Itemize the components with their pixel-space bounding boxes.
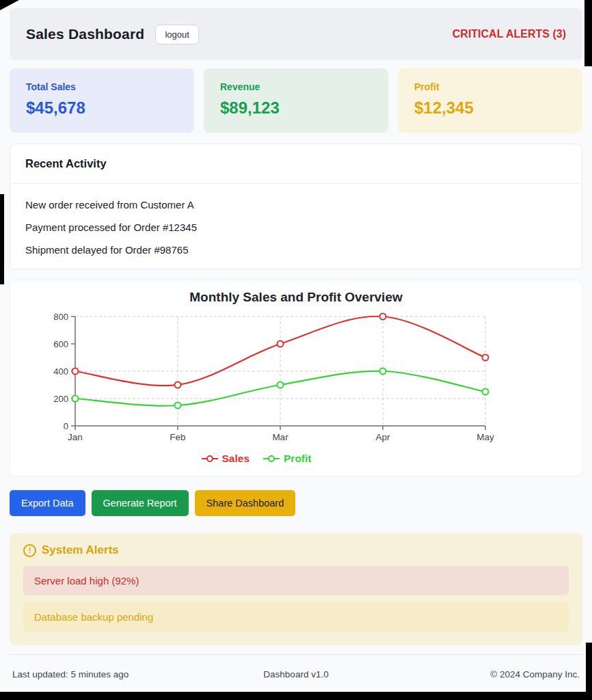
chart-title: Monthly Sales and Profit Overview — [17, 290, 575, 305]
svg-text:600: 600 — [53, 339, 68, 349]
stat-card-total-sales: Total Sales $45,678 — [10, 68, 194, 133]
page-title: Sales Dashboard — [26, 26, 144, 42]
legend-label: Sales — [222, 453, 250, 465]
svg-text:400: 400 — [53, 366, 68, 377]
activity-item: Payment processed for Order #12345 — [25, 221, 567, 234]
alert-circle-icon: ! — [23, 544, 36, 557]
svg-text:800: 800 — [53, 312, 68, 322]
svg-text:Feb: Feb — [170, 432, 185, 442]
stat-value: $12,345 — [414, 98, 566, 118]
svg-text:May: May — [476, 432, 494, 442]
stats-row: Total Sales $45,678 Revenue $89,123 Prof… — [10, 68, 582, 133]
header-bar: Sales Dashboard logout CRITICAL ALERTS (… — [10, 8, 582, 60]
share-dashboard-button[interactable]: Share Dashboard — [195, 490, 296, 516]
activity-item: New order received from Customer A — [25, 198, 567, 211]
svg-text:200: 200 — [53, 394, 68, 404]
alert-server-load: Server load high (92%) — [23, 566, 569, 595]
stat-card-profit: Profit $12,345 — [398, 68, 582, 133]
line-chart: 0200400600800JanFebMarAprMay SalesProfit — [17, 309, 496, 465]
screen-edge-artifact — [584, 0, 592, 66]
chart-canvas: 0200400600800JanFebMarAprMay — [17, 309, 496, 446]
recent-activity-card: Recent Activity New order received from … — [10, 144, 582, 269]
svg-text:Jan: Jan — [68, 432, 83, 442]
legend-line-marker-icon — [263, 455, 280, 463]
last-updated-text: Last updated: 5 minutes ago — [12, 669, 202, 679]
export-data-button[interactable]: Export Data — [10, 490, 85, 516]
legend-item-profit[interactable]: Profit — [263, 453, 311, 465]
footer: Last updated: 5 minutes ago Dashboard v1… — [10, 654, 582, 679]
legend-item-sales[interactable]: Sales — [202, 453, 250, 465]
chart-legend: SalesProfit — [17, 453, 496, 465]
recent-activity-title: Recent Activity — [10, 144, 582, 184]
screen: Sales Dashboard logout CRITICAL ALERTS (… — [0, 0, 592, 700]
actions-row: Export Data Generate Report Share Dashbo… — [10, 490, 582, 516]
system-alerts-title: System Alerts — [42, 543, 119, 557]
legend-line-marker-icon — [202, 455, 218, 463]
activity-item: Shipment delayed for Order #98765 — [25, 243, 567, 256]
generate-report-button[interactable]: Generate Report — [92, 490, 189, 516]
stat-label: Total Sales — [26, 81, 178, 92]
system-alerts-card: ! System Alerts Server load high (92%) D… — [10, 533, 582, 645]
logout-button[interactable]: logout — [155, 25, 198, 44]
legend-label: Profit — [284, 453, 311, 465]
stat-label: Revenue — [220, 81, 372, 92]
stat-label: Profit — [414, 81, 566, 92]
svg-text:0: 0 — [64, 421, 68, 431]
screen-edge-artifact — [586, 643, 592, 700]
version-text: Dashboard v1.0 — [202, 669, 391, 679]
stat-value: $89,123 — [220, 98, 372, 118]
dashboard-page: Sales Dashboard logout CRITICAL ALERTS (… — [0, 0, 592, 692]
screen-edge-artifact — [0, 194, 4, 284]
copyright-text: © 2024 Company Inc. — [390, 669, 580, 679]
stat-value: $45,678 — [26, 98, 178, 118]
stat-card-revenue: Revenue $89,123 — [204, 68, 388, 133]
svg-text:Mar: Mar — [272, 432, 288, 442]
alert-db-backup: Database backup pending — [23, 602, 569, 632]
svg-text:Apr: Apr — [375, 432, 390, 442]
chart-card: Monthly Sales and Profit Overview 020040… — [10, 280, 582, 476]
critical-alerts-badge[interactable]: CRITICAL ALERTS (3) — [453, 28, 566, 40]
